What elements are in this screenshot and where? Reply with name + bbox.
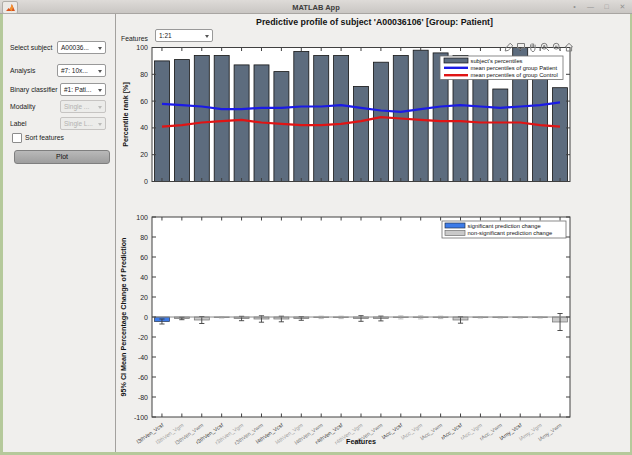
select-subject-dropdown[interactable]: A00036... [57,41,106,54]
svg-text:non-significant prediction cha: non-significant prediction change [468,230,553,236]
svg-text:-80: -80 [138,394,148,401]
sort-features-checkbox[interactable] [12,133,22,143]
axes-toolbar [504,39,574,50]
svg-text:20: 20 [140,294,148,301]
select-subject-label: Select subject [10,44,52,51]
top-legend: subject's percentilesmean percentiles of… [440,56,563,80]
svg-text:60: 60 [140,98,148,105]
svg-text:40: 40 [140,124,148,131]
svg-text:significant prediction change: significant prediction change [468,223,541,229]
svg-text:95% CI Mean Percentage Change: 95% CI Mean Percentage Change of Predict… [119,238,128,397]
subject-percentile-bar [314,56,329,182]
subject-percentile-bar [373,62,388,181]
features-dropdown[interactable]: 1:21 [155,29,213,42]
svg-text:mean percentiles of group Pati: mean percentiles of group Patient [471,65,558,71]
binary-classifier-dropdown[interactable]: #1: Pati... [60,83,106,96]
panel-divider [115,14,116,452]
zoom-out-icon[interactable] [552,39,562,50]
matlab-app-window: 020406080100Percentile rank [%]subject's… [0,0,632,455]
subject-percentile-bar [174,60,189,182]
subject-percentile-bar [214,56,229,182]
svg-text:0: 0 [144,314,148,321]
chevron-down-icon [98,70,102,73]
analysis-label: Analysis [10,67,35,74]
chevron-down-icon [98,47,102,50]
plot-button[interactable]: Plot [14,150,110,164]
svg-text:mean percentiles of group Cont: mean percentiles of group Control [471,72,558,78]
svg-text:80: 80 [140,71,148,78]
svg-text:100: 100 [136,44,148,51]
svg-text:20: 20 [140,151,148,158]
svg-text:-100: -100 [134,414,148,421]
bottom-legend: significant prediction changenon-signifi… [442,221,566,238]
svg-text:60: 60 [140,254,148,261]
modality-label: Modality [10,103,35,110]
chevron-down-icon [98,89,102,92]
controls-sidebar: Select subject A00036... Analysis #7: 10… [3,14,115,452]
desktop-border-left [0,14,3,455]
features-label: Features [121,35,148,42]
svg-text:-40: -40 [138,354,148,361]
svg-text:100: 100 [136,214,148,221]
bottom-chart: -100-80-60-40-20020406080100l3thVen_Vcsf… [119,214,570,447]
svg-text:40: 40 [140,274,148,281]
restore-view-icon[interactable] [564,39,574,50]
zoom-in-icon[interactable] [540,39,550,50]
chart-title: Predictive profile of subject 'A00036106… [119,17,630,27]
chevron-down-icon [98,106,102,109]
subject-percentile-bar [553,88,568,182]
label-dropdown: Single L... [60,117,106,130]
label-label: Label [10,120,27,127]
svg-text:Percentile rank [%]: Percentile rank [%] [121,82,130,147]
svg-text:-20: -20 [138,334,148,341]
modality-dropdown: Single ... [60,100,106,113]
svg-text:subject's percentiles: subject's percentiles [471,58,523,64]
subject-percentile-bar [234,65,249,182]
subject-percentile-bar [155,61,170,182]
subject-percentile-bar [493,89,508,182]
analysis-dropdown[interactable]: #7: 10x... [57,64,106,77]
pan-icon[interactable] [528,39,538,50]
svg-text:-60: -60 [138,374,148,381]
svg-text:lAcc_Vwm: lAcc_Vwm [419,422,443,442]
brush-icon[interactable] [504,39,514,50]
binary-classifier-label: Binary classifier [10,86,58,93]
svg-text:80: 80 [140,234,148,241]
subject-percentile-bar [294,52,309,182]
subject-percentile-bar [194,56,209,182]
chevron-down-icon [98,123,102,126]
sort-features-label: Sort features [25,134,64,141]
subject-percentile-bar [334,56,349,182]
subject-percentile-bar [354,86,369,181]
chevron-down-icon [205,35,209,38]
datatip-icon[interactable] [516,39,526,50]
svg-text:0: 0 [144,178,148,185]
subject-percentile-bar [533,77,548,182]
subject-percentile-bar [274,72,289,182]
svg-text:Features: Features [346,437,376,446]
top-chart: 020406080100Percentile rank [%]subject's… [121,44,570,185]
subject-percentile-bar [413,50,428,181]
